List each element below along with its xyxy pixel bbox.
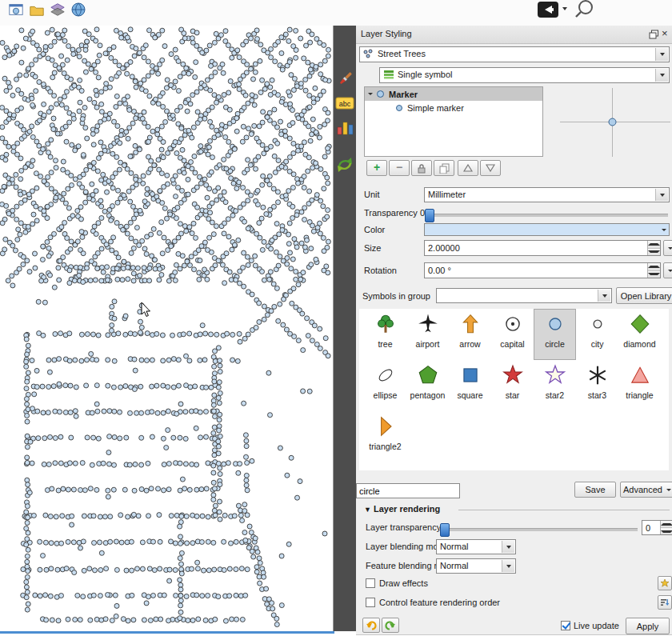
labels-abc-icon[interactable]: abc [335,96,354,110]
tree-item-marker[interactable]: Marker [365,87,542,101]
top-toolbar [0,0,672,26]
city-symbol-icon [586,313,609,335]
layer-transparency-handle[interactable] [440,523,450,537]
symbol-item-ellipse[interactable]: ellipse [364,360,406,411]
minus-icon: − [396,161,402,174]
expand-caret-icon[interactable] [368,93,373,95]
symbol-type-combo[interactable]: Single symbol [379,67,670,83]
live-update-checkbox[interactable] [561,621,570,630]
add-symbol-layer-button[interactable]: + [366,160,387,176]
layer-transparency-groove[interactable] [439,528,638,531]
triangle-symbol-icon [629,364,651,386]
unit-caret[interactable] [655,189,668,201]
draw-effects-label: Draw effects [379,578,428,588]
symbol-item-star3[interactable]: star3 [576,360,618,411]
symbol-item-label: square [457,390,482,400]
triangle-down-icon [486,164,495,172]
size-spin-arrows[interactable] [647,241,660,255]
move-up-button[interactable] [458,160,478,176]
rendering-order-button[interactable] [658,595,672,610]
symbols-group-label: Symbols in group [362,291,430,301]
size-label: Size [364,243,381,253]
draw-effects-checkbox[interactable] [366,578,375,588]
symbols-group-caret[interactable] [598,290,610,302]
float-panel-icon[interactable] [649,30,659,39]
tool-dropdown-caret[interactable] [562,7,567,10]
history-arrows-icon[interactable] [335,155,354,174]
layer-transparency-label: Layer transparency [366,522,441,532]
symbols-group-combo[interactable] [436,288,612,303]
symbol-item-circle[interactable]: circle [534,309,576,360]
identify-tool-button[interactable] [538,2,558,18]
symbol-item-triangle2[interactable]: triangle2 [364,411,406,462]
size-data-defined-button[interactable] [663,240,672,256]
marker-symbol-icon [376,90,385,98]
undo-button[interactable] [362,618,380,633]
symbol-type-caret[interactable] [655,69,668,82]
symbol-item-label: triangle2 [369,442,401,451]
tree-item-simple-marker[interactable]: Simple marker [365,101,542,114]
square-symbol-icon [459,364,482,386]
layers-icon[interactable] [50,2,66,18]
symbol-item-label: pentagon [410,390,446,400]
layer-selector-caret[interactable] [655,48,668,61]
plus-icon: + [374,161,380,174]
remove-symbol-layer-button[interactable]: − [389,160,410,176]
globe-icon[interactable] [70,2,86,18]
symbol-item-triangle[interactable]: triangle [618,360,661,411]
symbol-item-star[interactable]: star [491,360,534,411]
magnifier-icon[interactable] [574,0,595,21]
diagrams-icon[interactable] [335,118,354,137]
tree-item-simple-marker-label: Simple marker [407,103,464,113]
duplicate-symbol-layer-button[interactable] [434,160,454,176]
transparency-slider-groove[interactable] [425,214,668,217]
layer-transparency-spinbox[interactable]: 0 [642,520,672,535]
layer-selector-value: Street Trees [378,49,426,58]
symbol-item-square[interactable]: square [449,360,491,411]
feature-blending-combo[interactable]: Normal [436,558,516,574]
symbol-item-capital[interactable]: capital [491,309,534,360]
symbol-item-label: arrow [459,339,480,349]
apply-button[interactable]: Apply [626,618,670,634]
transparency-slider-handle[interactable] [425,209,434,222]
symbol-item-pentagon[interactable]: pentagon [406,360,449,411]
control-order-checkbox[interactable] [366,598,375,607]
unit-combo[interactable]: Millimeter [424,187,670,202]
symbol-item-star2[interactable]: star2 [534,360,576,411]
move-down-button[interactable] [480,160,501,176]
layer-selector-combo[interactable]: Street Trees [359,46,670,62]
symbol-item-arrow[interactable]: arrow [449,309,491,360]
rotation-spin-arrows[interactable] [647,263,660,278]
redo-button[interactable] [382,618,399,633]
open-library-button[interactable]: Open Library [616,287,672,304]
symbol-item-label: star3 [588,390,606,400]
layer-rendering-header[interactable]: ▼ Layer rendering [364,504,440,514]
folder-icon[interactable] [29,2,45,18]
symbol-name-input[interactable] [356,483,460,498]
color-swatch-button[interactable] [424,223,670,236]
symbol-item-label: star2 [546,390,564,400]
save-symbol-button[interactable]: Save [574,482,616,498]
layer-blending-combo[interactable]: Normal [436,539,516,554]
symbol-grid: treeairportarrowcapitalcirclecitydiamond… [359,309,669,470]
lock-symbol-layer-button[interactable] [411,160,432,176]
rotation-spinbox[interactable]: 0.00 ° [424,262,661,278]
lock-icon [417,163,426,174]
symbol-item-diamond[interactable]: diamond [618,309,661,360]
rotation-data-defined-button[interactable] [663,262,672,278]
panel-titlebar: Layer Styling × [356,26,672,44]
size-spinbox[interactable]: 2.00000 [424,240,661,256]
symbol-item-city[interactable]: city [576,309,618,360]
map-canvas[interactable] [0,26,334,631]
symbology-brush-icon[interactable] [335,70,354,89]
close-panel-icon[interactable]: × [662,27,668,39]
advanced-button[interactable]: Advanced [620,482,672,498]
symbol-item-tree[interactable]: tree [364,309,406,360]
circle-symbol-icon [544,313,566,335]
map-view-icon[interactable] [8,2,24,18]
symbol-type-value: Single symbol [398,70,452,79]
simple-marker-icon [395,104,403,112]
effects-options-button[interactable] [658,576,672,590]
panel-title: Layer Styling [361,29,412,38]
symbol-item-airport[interactable]: airport [406,309,449,360]
